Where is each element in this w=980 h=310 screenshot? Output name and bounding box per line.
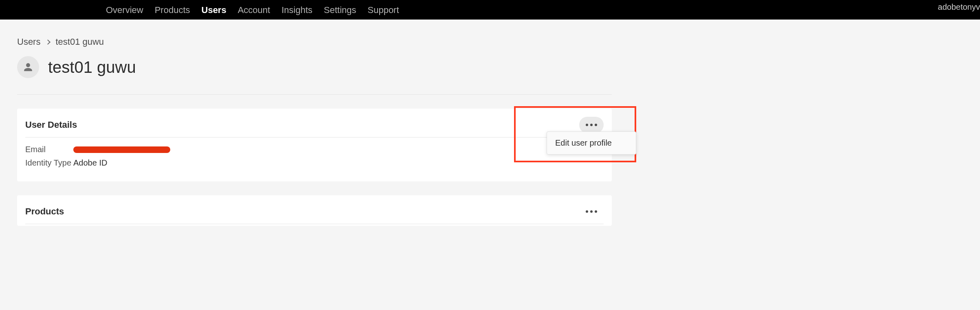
breadcrumb: Users test01 guwu	[17, 37, 963, 47]
chevron-right-icon	[46, 39, 51, 45]
avatar	[17, 56, 39, 78]
email-label: Email	[25, 145, 73, 154]
more-icon	[595, 210, 597, 213]
identity-type-label: Identity Type	[25, 158, 73, 168]
breadcrumb-root[interactable]: Users	[17, 37, 40, 47]
field-row-email: Email	[25, 145, 604, 154]
top-nav-user-label[interactable]: adobetonyv	[938, 2, 980, 12]
user-details-more-button[interactable]	[579, 117, 604, 133]
products-title: Products	[25, 206, 64, 217]
menu-item-edit-user-profile[interactable]: Edit user profile	[547, 132, 636, 154]
more-icon	[590, 124, 593, 126]
nav-overview[interactable]: Overview	[106, 0, 143, 20]
nav-support[interactable]: Support	[368, 0, 399, 20]
nav-account[interactable]: Account	[238, 0, 270, 20]
breadcrumb-current: test01 guwu	[55, 37, 104, 47]
more-icon	[586, 210, 588, 213]
page-content: Users test01 guwu test01 guwu User Detai…	[0, 20, 980, 226]
page-title: test01 guwu	[48, 58, 136, 76]
products-card: Products	[17, 195, 612, 226]
more-icon	[595, 124, 597, 126]
user-details-menu: Edit user profile	[547, 131, 636, 155]
identity-type-value: Adobe ID	[73, 158, 107, 168]
nav-insights[interactable]: Insights	[281, 0, 312, 20]
top-nav-items: Overview Products Users Account Insights…	[106, 0, 399, 20]
email-value-redacted	[73, 146, 170, 153]
nav-users[interactable]: Users	[202, 0, 226, 20]
more-icon	[590, 210, 593, 213]
nav-settings[interactable]: Settings	[324, 0, 356, 20]
user-details-header: User Details	[25, 117, 604, 138]
user-details-title: User Details	[25, 120, 77, 130]
top-nav: Overview Products Users Account Insights…	[0, 0, 980, 20]
products-more-button[interactable]	[579, 203, 604, 220]
user-details-card: User Details Email Identity Type Adobe I…	[17, 109, 612, 181]
nav-products[interactable]: Products	[155, 0, 190, 20]
more-icon	[586, 124, 588, 126]
products-header: Products	[25, 203, 604, 224]
field-row-identity-type: Identity Type Adobe ID	[25, 158, 604, 168]
user-details-body: Email Identity Type Adobe ID	[25, 138, 604, 168]
title-row: test01 guwu	[17, 56, 612, 95]
user-icon	[23, 61, 33, 73]
